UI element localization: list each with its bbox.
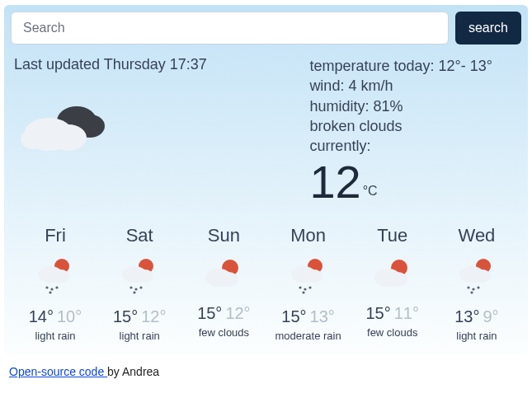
last-updated-text: Last updated Thursday 17:37 [14, 56, 306, 73]
svg-point-36 [472, 288, 474, 291]
temp-high: 15° [366, 304, 391, 322]
day-temps: 15°12° [197, 304, 251, 323]
search-row: search [11, 12, 521, 44]
forecast-day: Sun15°12°few clouds [184, 225, 263, 342]
svg-point-4 [21, 129, 47, 149]
day-temps: 14°10° [29, 307, 82, 326]
day-desc: light rain [35, 330, 75, 342]
day-desc: moderate rain [275, 330, 341, 342]
svg-point-3 [50, 124, 87, 151]
forecast-day: Fri14°10°light rain [16, 225, 95, 342]
forecast-row: Fri14°10°light rainSat15°12°light rainSu… [11, 208, 521, 342]
temp-high: 15° [197, 304, 222, 322]
day-desc: few clouds [199, 326, 249, 339]
day-temps: 15°13° [281, 307, 335, 326]
svg-point-31 [388, 272, 407, 287]
temp-low: 10° [57, 307, 82, 325]
forecast-day: Tue15°11°few clouds [353, 225, 432, 342]
weather-panel: search Last updated Thursday 17:37 [4, 5, 528, 355]
svg-point-10 [55, 287, 58, 289]
rain-sun-icon [120, 256, 159, 299]
footer: Open-source code by Andrea [4, 355, 528, 388]
day-temps: 13°9° [454, 307, 498, 326]
day-name: Tue [377, 225, 407, 246]
day-name: Sat [126, 225, 153, 246]
svg-point-7 [51, 269, 69, 283]
svg-point-21 [219, 272, 238, 287]
day-temps: 15°11° [366, 304, 420, 323]
svg-point-37 [477, 287, 479, 289]
temp-high: 15° [113, 307, 138, 325]
svg-point-34 [473, 269, 491, 283]
svg-point-16 [135, 288, 138, 291]
temp-high: 14° [29, 307, 54, 325]
svg-point-17 [140, 287, 143, 289]
svg-point-14 [135, 269, 153, 283]
conditions-text: broken clouds [309, 116, 518, 136]
rain-sun-icon [35, 256, 75, 299]
cloud-sun-icon [373, 256, 412, 296]
svg-point-9 [50, 288, 53, 291]
temp-high: 15° [281, 307, 306, 325]
svg-point-28 [302, 292, 304, 294]
svg-point-18 [134, 292, 136, 294]
temp-low: 11° [394, 304, 419, 322]
temperature-range: temperature today: 12°- 13° [309, 56, 518, 76]
forecast-day: Wed13°9°light rain [437, 225, 516, 342]
humidity-text: humidity: 81% [309, 96, 518, 116]
author-text: by Andrea [107, 365, 159, 378]
day-name: Sun [208, 225, 240, 246]
svg-point-8 [45, 287, 48, 289]
temp-low: 9° [483, 307, 499, 325]
temp-unit: °C [361, 184, 378, 205]
svg-point-38 [470, 292, 473, 294]
temp-value: 12 [309, 159, 360, 205]
svg-point-26 [304, 288, 306, 291]
cloud-sun-icon [204, 256, 243, 296]
search-input[interactable] [11, 12, 449, 44]
temp-low: 12° [141, 307, 166, 325]
temp-low: 12° [225, 304, 250, 322]
svg-point-27 [308, 287, 311, 289]
svg-point-15 [130, 287, 133, 289]
svg-point-11 [49, 292, 51, 294]
search-button[interactable]: search [455, 12, 521, 44]
wind-text: wind: 4 km/h [309, 76, 518, 96]
day-name: Fri [45, 225, 66, 246]
temp-high: 13° [454, 307, 479, 325]
svg-point-24 [304, 269, 322, 283]
currently-label: currently: [309, 136, 518, 156]
source-link[interactable]: Open-source code [9, 365, 107, 378]
day-name: Mon [290, 225, 326, 246]
rain-sun-icon [289, 256, 328, 299]
day-desc: light rain [456, 330, 497, 342]
svg-point-35 [467, 287, 469, 289]
day-desc: light rain [120, 330, 160, 342]
svg-point-25 [299, 287, 301, 289]
current-section: Last updated Thursday 17:37 [11, 44, 521, 208]
day-name: Wed [459, 225, 496, 246]
forecast-day: Mon15°13°moderate rain [269, 225, 348, 342]
rain-sun-icon [457, 256, 497, 299]
current-stats: temperature today: 12°- 13° wind: 4 km/h… [309, 56, 518, 156]
day-temps: 15°12° [113, 307, 167, 326]
temp-low: 13° [310, 307, 335, 325]
current-temp: 12 °C [309, 159, 518, 205]
day-desc: few clouds [367, 326, 417, 339]
forecast-day: Sat15°12°light rain [100, 225, 179, 342]
broken-clouds-icon [17, 96, 306, 166]
